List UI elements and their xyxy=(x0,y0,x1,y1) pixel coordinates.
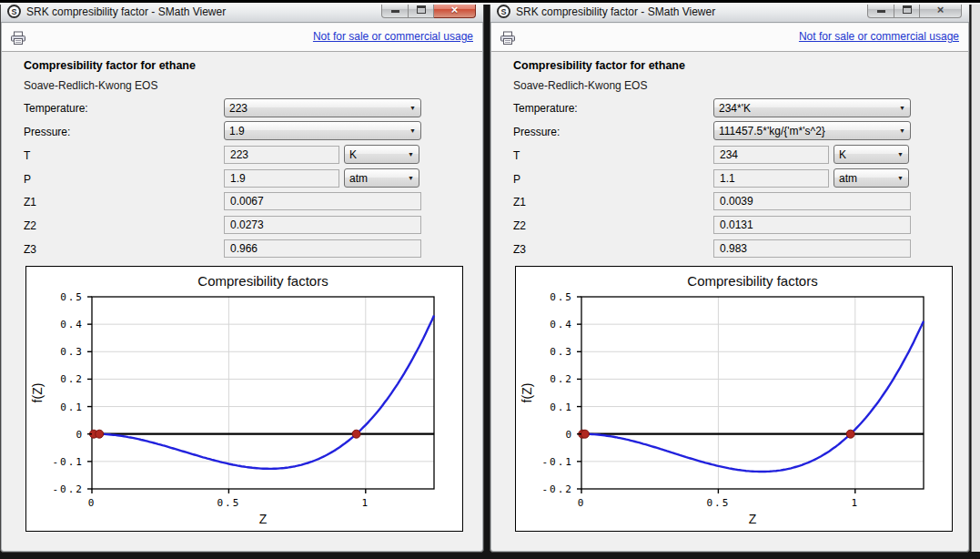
chevron-down-icon: ▼ xyxy=(894,175,904,181)
pressure-label: Pressure: xyxy=(513,126,560,138)
t-input[interactable]: 223 xyxy=(224,146,339,164)
license-link[interactable]: Not for sale or commercial usage xyxy=(799,30,959,43)
document-subheading: Soave-Redlich-Kwong EOS xyxy=(513,79,647,92)
t-label: T xyxy=(513,149,520,162)
svg-text:0: 0 xyxy=(76,429,84,441)
pressure-combo[interactable]: 111457.5*'kg/{'m*'s^2} ▼ xyxy=(713,121,911,140)
toolbar: Not for sale or commercial usage xyxy=(491,24,968,52)
svg-text:0: 0 xyxy=(578,497,586,509)
printer-icon xyxy=(10,31,26,46)
p-unit-combo[interactable]: atm ▼ xyxy=(834,168,909,188)
z1-output[interactable]: 0.0039 xyxy=(713,192,911,210)
print-button[interactable] xyxy=(498,29,518,46)
p-input[interactable]: 1.9 xyxy=(224,169,339,188)
t-value: 223 xyxy=(230,148,248,161)
p-label: P xyxy=(24,173,31,186)
t-unit-combo[interactable]: K ▼ xyxy=(344,145,419,164)
chart-panel: 0.50.40.30.20.10-0.1-0.200.51Compresibil… xyxy=(25,266,463,532)
chevron-down-icon: ▼ xyxy=(895,105,905,111)
z3-label: Z3 xyxy=(24,243,36,256)
smath-logo-icon: S xyxy=(497,5,510,18)
temperature-combo-value: 223 xyxy=(229,102,248,115)
svg-text:Z: Z xyxy=(259,512,268,526)
t-input[interactable]: 234 xyxy=(713,146,829,164)
document-heading: Compresibility factor for ethane xyxy=(24,59,196,72)
svg-text:Z: Z xyxy=(749,512,757,526)
svg-text:0.4: 0.4 xyxy=(60,319,84,330)
minimize-icon xyxy=(877,10,885,13)
window-title: SRK compresibility factor - SMath Viewer xyxy=(26,5,226,18)
svg-text:0.5: 0.5 xyxy=(217,497,240,509)
svg-text:f(Z): f(Z) xyxy=(30,383,45,403)
p-label: P xyxy=(513,173,520,186)
pressure-combo[interactable]: 1.9 ▼ xyxy=(224,121,421,140)
background-window-edge xyxy=(971,0,980,552)
svg-text:0.1: 0.1 xyxy=(550,401,573,413)
temperature-label: Temperature: xyxy=(24,102,88,115)
z3-label: Z3 xyxy=(513,243,526,256)
p-value: 1.1 xyxy=(720,172,735,185)
pressure-label: Pressure: xyxy=(24,126,70,138)
smath-logo-letter: S xyxy=(500,7,506,16)
temperature-combo-value: 234*'K xyxy=(719,102,751,115)
p-unit-value: atm xyxy=(839,172,857,185)
chevron-down-icon: ▼ xyxy=(406,105,416,111)
svg-text:0.5: 0.5 xyxy=(550,291,573,303)
z2-output[interactable]: 0.0273 xyxy=(224,216,421,234)
svg-text:0: 0 xyxy=(565,429,573,441)
z2-value: 0.0273 xyxy=(230,219,264,231)
close-icon: × xyxy=(937,4,945,15)
license-link[interactable]: Not for sale or commercial usage xyxy=(313,30,473,43)
printer-icon xyxy=(500,31,516,46)
svg-text:Compresibility factors: Compresibility factors xyxy=(197,273,328,289)
svg-text:1: 1 xyxy=(361,497,369,509)
smath-viewer-window-left: S SRK compresibility factor - SMath View… xyxy=(0,0,484,553)
temperature-combo[interactable]: 223 ▼ xyxy=(224,98,421,117)
svg-text:Compresibility factors: Compresibility factors xyxy=(687,273,817,289)
svg-text:-0.1: -0.1 xyxy=(542,456,574,468)
z1-output[interactable]: 0.0067 xyxy=(224,192,421,210)
z3-value: 0.983 xyxy=(720,242,747,255)
svg-text:0: 0 xyxy=(88,497,96,509)
close-icon: × xyxy=(451,4,459,15)
pressure-combo-value: 111457.5*'kg/{'m*'s^2} xyxy=(719,125,825,137)
svg-text:0.1: 0.1 xyxy=(60,401,84,413)
chevron-down-icon: ▼ xyxy=(894,151,904,158)
z1-label: Z1 xyxy=(513,196,526,208)
print-button[interactable] xyxy=(8,29,28,46)
pressure-combo-value: 1.9 xyxy=(229,125,245,137)
svg-text:-0.2: -0.2 xyxy=(53,483,85,495)
toolbar: Not for sale or commercial usage xyxy=(2,24,482,52)
svg-text:0.4: 0.4 xyxy=(550,319,573,330)
svg-text:-0.2: -0.2 xyxy=(542,483,574,495)
compressibility-chart: 0.50.40.30.20.10-0.1-0.200.51Compresibil… xyxy=(26,267,462,534)
p-unit-combo[interactable]: atm ▼ xyxy=(344,168,419,188)
t-unit-value: K xyxy=(349,148,357,161)
z1-value: 0.0039 xyxy=(720,195,753,208)
document-subheading: Soave-Redlich-Kwong EOS xyxy=(24,79,157,92)
maximize-icon xyxy=(417,5,426,14)
z2-value: 0.0131 xyxy=(720,219,753,231)
document-heading: Compresibility factor for ethane xyxy=(513,59,685,72)
svg-text:0.3: 0.3 xyxy=(60,346,84,358)
z3-output[interactable]: 0.983 xyxy=(713,239,911,258)
temperature-combo[interactable]: 234*'K ▼ xyxy=(713,98,911,117)
p-input[interactable]: 1.1 xyxy=(713,169,829,188)
compressibility-chart: 0.50.40.30.20.10-0.1-0.200.51Compresibil… xyxy=(516,267,952,534)
svg-text:1: 1 xyxy=(851,497,859,509)
t-unit-combo[interactable]: K ▼ xyxy=(834,145,909,164)
svg-text:0.2: 0.2 xyxy=(60,373,84,385)
t-unit-value: K xyxy=(839,148,846,161)
smath-viewer-window-right: S SRK compresibility factor - SMath View… xyxy=(490,0,970,553)
z3-output[interactable]: 0.966 xyxy=(224,239,421,258)
z2-output[interactable]: 0.0131 xyxy=(713,216,911,234)
svg-text:-0.1: -0.1 xyxy=(53,456,85,468)
z3-value: 0.966 xyxy=(230,242,258,255)
chart-panel: 0.50.40.30.20.10-0.1-0.200.51Compresibil… xyxy=(515,266,953,532)
t-value: 234 xyxy=(720,148,738,161)
svg-text:0.2: 0.2 xyxy=(550,373,573,385)
chevron-down-icon: ▼ xyxy=(404,175,414,181)
z2-label: Z2 xyxy=(24,219,36,232)
smath-logo-icon: S xyxy=(7,5,21,18)
z2-label: Z2 xyxy=(513,219,526,232)
